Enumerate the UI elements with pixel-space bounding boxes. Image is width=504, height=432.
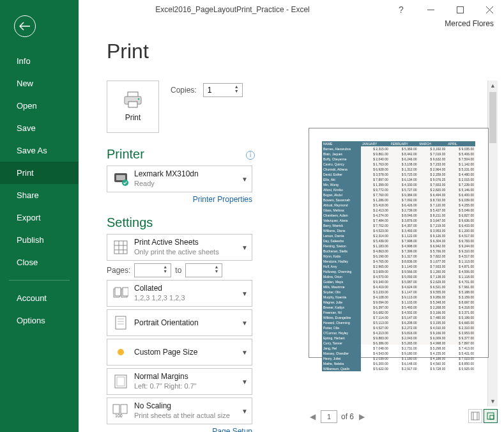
chevron-down-icon: ▼ xyxy=(241,349,248,356)
print-what-selector[interactable]: Print Active SheetsOnly print the active… xyxy=(107,234,252,261)
chevron-down-icon: ▼ xyxy=(241,378,248,385)
nav-open[interactable]: Open xyxy=(0,95,79,117)
maximize-button[interactable] xyxy=(445,0,475,19)
pages-to-label: to xyxy=(175,266,181,275)
chevron-down-icon: ▼ xyxy=(241,290,248,297)
nav-close[interactable]: Close xyxy=(0,251,79,274)
printer-info-icon[interactable]: i xyxy=(246,151,255,160)
backstage-sidebar: Info New Open Save Save As Print Share E… xyxy=(0,0,79,432)
print-preview: ▲ ▼ NAMEJANUARYFEBRUARYMARCHAPRILBarnes,… xyxy=(284,81,498,426)
chevron-down-icon: ▼ xyxy=(241,244,248,251)
svg-rect-28 xyxy=(121,405,127,413)
copies-value: 1 xyxy=(208,86,212,95)
svg-rect-27 xyxy=(113,405,119,413)
preview-page: NAMEJANUARYFEBRUARYMARCHAPRILBarnes, Ale… xyxy=(309,128,489,358)
pages-label: Pages: xyxy=(107,266,130,275)
svg-rect-19 xyxy=(123,288,128,296)
nav-new[interactable]: New xyxy=(0,72,79,95)
nav-print[interactable]: Print xyxy=(0,162,79,184)
svg-rect-33 xyxy=(487,413,494,419)
nav-account[interactable]: Account xyxy=(0,287,79,309)
printer-status-icon xyxy=(112,171,129,187)
print-button-label: Print xyxy=(125,113,141,122)
scaling-icon: 100 xyxy=(112,403,129,419)
portrait-icon xyxy=(112,314,129,331)
back-arrow-icon xyxy=(19,22,31,31)
close-button[interactable] xyxy=(475,0,504,19)
help-button[interactable]: ? xyxy=(386,0,416,19)
nav-info[interactable]: Info xyxy=(0,50,79,72)
nav-options[interactable]: Options xyxy=(0,309,79,332)
svg-rect-20 xyxy=(116,316,126,329)
show-margins-button[interactable] xyxy=(468,409,482,423)
svg-rect-34 xyxy=(490,415,494,419)
page-number-input[interactable]: 1 xyxy=(321,410,337,423)
svg-rect-9 xyxy=(116,175,125,180)
printer-name: Lexmark MX310dn xyxy=(134,169,236,179)
page-size-icon xyxy=(112,344,129,360)
svg-rect-26 xyxy=(117,377,125,386)
scaling-selector[interactable]: 100 No ScalingPrint sheets at their actu… xyxy=(107,397,252,424)
printer-section-label: Printer xyxy=(107,147,144,161)
minimize-icon xyxy=(427,6,434,13)
svg-point-24 xyxy=(118,349,124,355)
orientation-selector[interactable]: Portrait Orientation ▼ xyxy=(107,309,252,336)
printer-icon xyxy=(123,91,142,108)
preview-scrollbar[interactable]: ▲ ▼ xyxy=(487,81,498,406)
printer-selector[interactable]: Lexmark MX310dn Ready ▼ xyxy=(107,166,252,192)
nav-save[interactable]: Save xyxy=(0,117,79,139)
copies-spinner[interactable]: 1 ▲▼ xyxy=(203,83,243,97)
page-setup-link[interactable]: Page Setup xyxy=(107,427,252,432)
collation-selector[interactable]: Collated1,2,3 1,2,3 1,2,3 ▼ xyxy=(107,280,252,307)
scrollbar-thumb[interactable] xyxy=(489,92,496,143)
next-page-button[interactable]: ▶ xyxy=(358,412,366,421)
print-button[interactable]: Print xyxy=(107,81,159,133)
chevron-down-icon: ▼ xyxy=(241,176,248,183)
zoom-to-page-button[interactable] xyxy=(484,409,498,423)
svg-rect-1 xyxy=(457,6,463,13)
svg-text:100: 100 xyxy=(115,413,123,418)
window-title: Excel2016_PageLayoutPrint_Practice - Exc… xyxy=(79,5,386,14)
collated-icon xyxy=(112,285,129,302)
settings-section-label: Settings xyxy=(107,215,255,230)
page-total: of 6 xyxy=(341,412,354,421)
chevron-down-icon: ▼ xyxy=(241,320,248,327)
svg-rect-17 xyxy=(115,288,121,296)
nav-save-as[interactable]: Save As xyxy=(0,139,79,162)
close-icon xyxy=(486,6,493,13)
sheet-grid-icon xyxy=(112,239,129,256)
page-size-selector[interactable]: Custom Page Size ▼ xyxy=(107,339,252,366)
chevron-down-icon: ▼ xyxy=(241,408,248,415)
printer-properties-link[interactable]: Printer Properties xyxy=(107,195,252,204)
margins-selector[interactable]: Normal MarginsLeft: 0.7" Right: 0.7" ▼ xyxy=(107,368,252,395)
printer-status: Ready xyxy=(134,179,236,189)
nav-share[interactable]: Share xyxy=(0,184,79,206)
back-button[interactable] xyxy=(14,15,36,37)
page-title: Print xyxy=(107,40,504,63)
minimize-button[interactable] xyxy=(416,0,445,19)
svg-rect-11 xyxy=(114,241,127,254)
copies-label: Copies: xyxy=(171,86,197,95)
pages-to-spinner[interactable]: ▲▼ xyxy=(185,263,222,277)
margins-icon xyxy=(112,373,129,390)
maximize-icon xyxy=(457,6,464,13)
svg-rect-30 xyxy=(471,412,479,420)
nav-publish[interactable]: Publish xyxy=(0,229,79,251)
nav-export[interactable]: Export xyxy=(0,206,79,229)
prev-page-button[interactable]: ◀ xyxy=(309,412,317,421)
svg-point-7 xyxy=(138,98,140,100)
pages-from-spinner[interactable]: ▲▼ xyxy=(134,263,171,277)
svg-rect-6 xyxy=(128,102,137,107)
